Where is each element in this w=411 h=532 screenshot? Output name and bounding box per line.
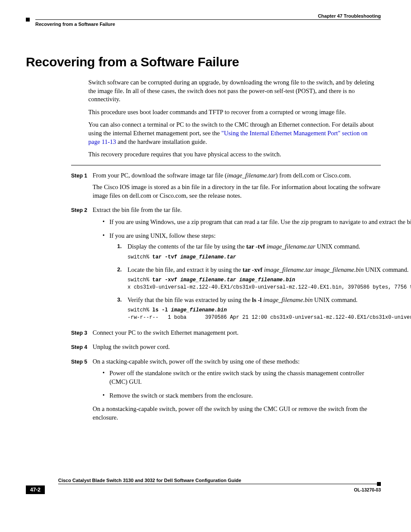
- step2-sub2: Locate the bin file, and extract it by u…: [117, 266, 411, 291]
- step-label: Step 4: [71, 343, 93, 355]
- doc-id: OL-13270-03: [354, 487, 381, 493]
- step1-p2: The Cisco IOS image is stored as a bin f…: [93, 183, 381, 200]
- step2-sub1: Display the contents of the tar file by …: [117, 243, 411, 261]
- step2-p1: Extract the bin file from the tar file.: [93, 206, 411, 215]
- step2-bullet2: If you are using UNIX, follow these step…: [103, 232, 411, 321]
- intro-p4: This recovery procedure requires that yo…: [88, 150, 381, 159]
- footer-doc-title: Cisco Catalyst Blade Switch 3130 and 303…: [58, 477, 381, 484]
- step3-p1: Connect your PC to the switch Ethernet m…: [93, 329, 381, 337]
- page-number: 47-2: [26, 485, 45, 494]
- step-1: Step 1 From your PC, download the softwa…: [26, 171, 381, 204]
- code-block: switch% tar -xvf image_filename.tar imag…: [128, 277, 411, 290]
- step-label: Step 3: [71, 329, 93, 341]
- page-footer: Cisco Catalyst Blade Switch 3130 and 303…: [26, 484, 381, 494]
- header-rule: [35, 19, 381, 20]
- intro-block: Switch software can be corrupted during …: [88, 78, 381, 159]
- step2-bullet1: If you are using Windows, use a zip prog…: [103, 218, 411, 227]
- page-header: Chapter 47 Troubleshooting Recovering fr…: [26, 13, 381, 28]
- step-4: Step 4 Unplug the switch power cord.: [26, 343, 381, 355]
- intro-p1: Switch software can be corrupted during …: [88, 78, 381, 104]
- step1-p1: From your PC, download the software imag…: [93, 171, 381, 180]
- step2-sub3: Verify that the bin file was extracted b…: [117, 296, 411, 321]
- step-label: Step 2: [71, 206, 93, 326]
- step-5: Step 5 On a stacking-capable switch, pow…: [26, 358, 381, 425]
- step-label: Step 5: [71, 358, 93, 425]
- code-block: switch% ls -l image_filename.bin -rw-r--…: [128, 307, 411, 320]
- step5-p2: On a nonstacking-capable switch, power o…: [93, 405, 381, 422]
- footer-rule: [58, 484, 381, 484]
- intro-p2: This procedure uses boot loader commands…: [88, 108, 381, 117]
- step-3: Step 3 Connect your PC to the switch Eth…: [26, 329, 381, 341]
- step5-bullet2: Remove the switch or stack members from …: [103, 392, 381, 400]
- intro-p3: You can also connect a terminal or PC to…: [88, 121, 381, 146]
- code-block: switch% tar -tvf image_filename.tar: [128, 254, 411, 261]
- step5-p1: On a stacking-capable switch, power off …: [93, 358, 381, 366]
- step4-p1: Unplug the switch power cord.: [93, 343, 381, 352]
- chapter-label: Chapter 47 Troubleshooting: [26, 13, 381, 19]
- step5-bullet1: Power off the standalone switch or the e…: [103, 369, 381, 386]
- section-rule: [71, 165, 381, 165]
- page-title: Recovering from a Software Failure: [26, 53, 381, 71]
- step-2: Step 2 Extract the bin file from the tar…: [26, 206, 381, 326]
- running-section: Recovering from a Software Failure: [35, 21, 381, 28]
- step-label: Step 1: [71, 171, 93, 204]
